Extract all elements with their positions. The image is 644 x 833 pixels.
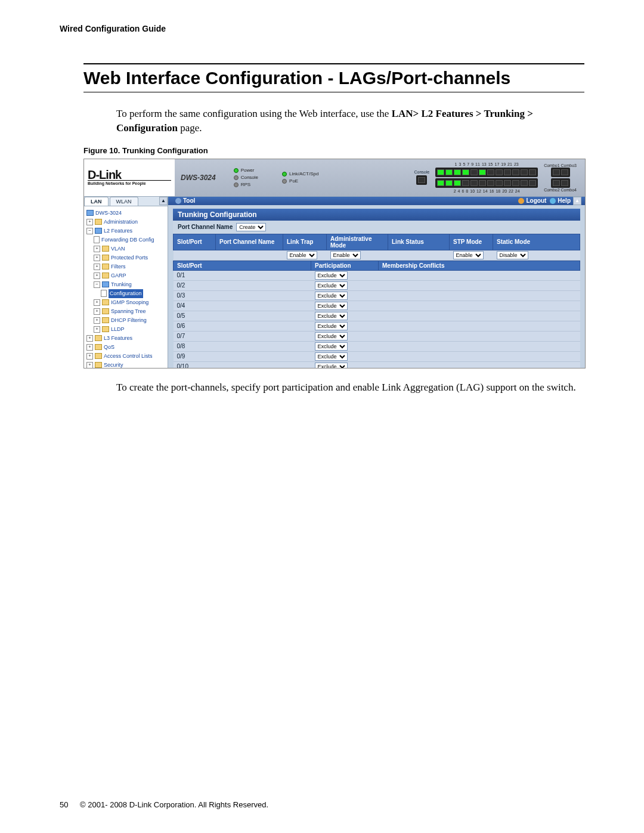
cell-slot: 0/8	[174, 341, 311, 351]
cell-slot: 0/3	[174, 290, 311, 301]
device-icon	[86, 210, 94, 216]
participation-select[interactable]: Exclude	[315, 363, 348, 368]
table-row: 0/4Exclude	[174, 301, 580, 311]
cell-slot: 0/6	[174, 321, 311, 331]
tree-label: Filters	[111, 262, 126, 271]
tab-wlan[interactable]: WLAN	[110, 197, 138, 206]
expand-icon[interactable]: +	[86, 362, 93, 368]
tree-label-selected: Configuration	[109, 289, 143, 298]
expand-icon[interactable]: +	[94, 308, 100, 315]
participation-select[interactable]: Exclude	[315, 332, 348, 340]
intro-pre: To perform the same configuration using …	[116, 108, 392, 119]
eth-port-icon	[529, 169, 536, 175]
expand-icon[interactable]: +	[86, 344, 93, 351]
port-channel-name-select[interactable]: Create	[236, 223, 266, 231]
led-poe: PoE	[289, 178, 298, 184]
tree-protected-ports[interactable]: +Protected Ports	[85, 253, 166, 262]
th2-slot: Slot/Port	[174, 261, 311, 270]
tree-garp[interactable]: +GARP	[85, 271, 166, 280]
tree-igmp-snooping[interactable]: +IGMP Snooping	[85, 298, 166, 307]
cell-membership	[379, 270, 580, 280]
participation-select[interactable]: Exclude	[315, 302, 348, 310]
expand-icon[interactable]: +	[94, 326, 100, 333]
tree-lldp[interactable]: +LLDP	[85, 325, 166, 334]
expand-icon[interactable]: +	[86, 353, 93, 360]
page-number: 50	[60, 800, 68, 809]
folder-icon	[102, 299, 109, 305]
tree-administration[interactable]: +Administration	[85, 218, 166, 227]
tree-dhcp-filtering[interactable]: +DHCP Filtering	[85, 316, 166, 325]
admin-mode-select[interactable]: Enable	[330, 251, 361, 259]
eth-port-icon	[479, 169, 486, 175]
table-row: 0/5Exclude	[174, 311, 580, 321]
rule-top	[83, 63, 584, 64]
collapse-icon[interactable]: −	[94, 281, 100, 288]
tree-l2-features[interactable]: −L2 Features	[85, 227, 166, 236]
tree-label: L2 Features	[104, 227, 132, 236]
toolbar-logout[interactable]: Logout	[518, 197, 546, 204]
tree-qos[interactable]: +QoS	[85, 343, 166, 352]
led-poe-icon	[282, 179, 287, 184]
th2-part: Participation	[311, 261, 379, 270]
participation-select[interactable]: Exclude	[315, 281, 348, 290]
expand-icon[interactable]: +	[86, 219, 93, 225]
eth-port-icon	[454, 180, 461, 186]
port-number: 6	[462, 189, 464, 193]
brand-logo: D-Link Building Networks for People	[84, 159, 175, 196]
participation-select[interactable]: Exclude	[315, 312, 348, 320]
table-row: 0/3Exclude	[174, 290, 580, 301]
led-power: Power	[241, 168, 255, 173]
tree-spanning-tree[interactable]: +Spanning Tree	[85, 307, 166, 316]
expand-icon[interactable]: +	[94, 264, 100, 270]
eth-port-icon	[521, 169, 528, 175]
combo-top-label: Combo1 Combo3	[544, 163, 577, 168]
tree-filters[interactable]: +Filters	[85, 262, 166, 271]
port-number: 8	[466, 189, 468, 193]
static-mode-select[interactable]: Disable	[497, 251, 528, 259]
tree-trunking[interactable]: −Trunking	[85, 280, 166, 289]
th-stp: STP Mode	[450, 234, 493, 250]
expand-icon[interactable]: +	[94, 255, 100, 261]
tree-acl[interactable]: +Access Control Lists	[85, 352, 166, 361]
participation-select[interactable]: Exclude	[315, 352, 348, 361]
link-trap-select[interactable]: Enable	[287, 251, 317, 259]
tab-lan[interactable]: LAN	[84, 197, 109, 206]
stp-mode-select[interactable]: Enable	[453, 251, 484, 259]
toolbar-help[interactable]: Help	[550, 197, 571, 204]
cell-slot: 0/10	[174, 361, 311, 368]
console-port-label: Console	[414, 170, 429, 174]
cell-slot: 0/2	[174, 280, 311, 290]
participation-select[interactable]: Exclude	[315, 322, 348, 330]
rule-bottom	[83, 92, 584, 92]
tree-root[interactable]: DWS-3024	[85, 209, 166, 218]
port-diagram: Console 1357911131517192123 246810121416…	[414, 162, 577, 193]
toolbar-tool[interactable]: Tool	[175, 197, 195, 204]
cell-slot: 0/7	[174, 331, 311, 341]
port-channel-name-row: Port Channel Name Create	[173, 221, 580, 234]
scroll-up-icon[interactable]: ▲	[159, 197, 168, 205]
expand-icon[interactable]: +	[94, 317, 100, 324]
tree-vlan[interactable]: +VLAN	[85, 244, 166, 253]
logo-tagline: Building Networks for People	[88, 180, 171, 185]
eth-port-icon	[454, 169, 461, 175]
expand-icon[interactable]: +	[86, 335, 93, 342]
participation-select[interactable]: Exclude	[315, 271, 348, 280]
table-row: 0/10Exclude	[174, 361, 580, 368]
eth-port-icon	[470, 169, 478, 175]
collapse-icon[interactable]: −	[86, 228, 93, 234]
tree-l3-features[interactable]: +L3 Features	[85, 334, 166, 343]
tree-label: VLAN	[111, 244, 125, 253]
tree-label: Spanning Tree	[111, 307, 146, 316]
tree-trunking-configuration[interactable]: Configuration	[85, 289, 166, 298]
tree-fdb-config[interactable]: Forwarding DB Config	[85, 236, 166, 244]
nav-tabs: LAN WLAN ▲	[84, 197, 168, 206]
participation-select[interactable]: Exclude	[315, 342, 348, 351]
tree-security[interactable]: +Security	[85, 361, 166, 368]
led-power-icon	[234, 168, 239, 173]
cell-participation: Exclude	[311, 301, 379, 311]
expand-icon[interactable]: +	[94, 246, 100, 252]
expand-icon[interactable]: +	[94, 272, 100, 279]
scroll-up-icon[interactable]: ▲	[573, 197, 581, 205]
participation-select[interactable]: Exclude	[315, 292, 348, 300]
expand-icon[interactable]: +	[94, 299, 100, 306]
